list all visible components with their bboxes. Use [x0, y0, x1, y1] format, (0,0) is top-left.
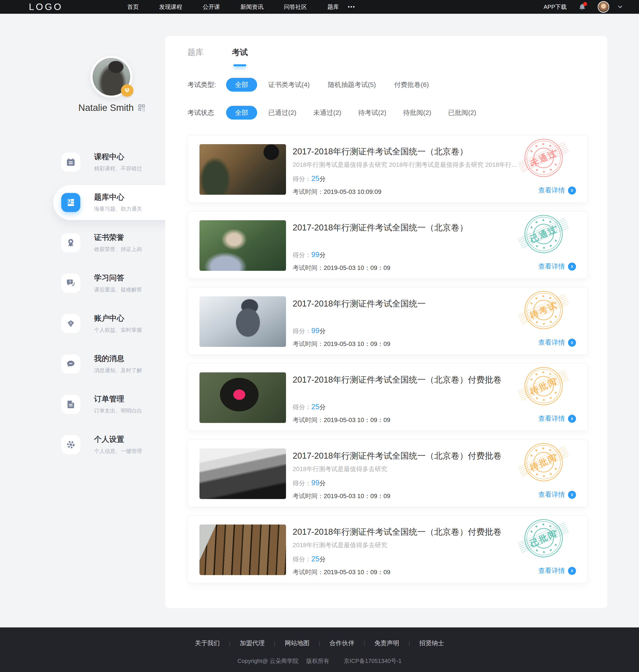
exam-score-row: 得分：99分	[293, 251, 326, 259]
score-value: 99	[311, 251, 320, 259]
calendar-icon	[61, 153, 80, 172]
sidebar-item-learning-qa[interactable]: ? 学习问答课后重温、疑难解答	[0, 267, 171, 300]
sidebar-item-subtitle: 消息通知、及时了解	[94, 367, 142, 374]
footer-link-recruiting[interactable]: 招贤纳士	[410, 639, 453, 647]
filter-status-to-review[interactable]: 待批阅(2)	[403, 108, 431, 117]
exam-title: 2017-2018年行测证件考试全国统一（北京卷）付费批卷	[293, 526, 502, 538]
time-value: 2019-05-03 10：09：09	[324, 340, 390, 347]
page-footer: 关于我们 | 加盟代理 | 网站地图 | 合作伙伴 | 免责声明 | 招贤纳士 …	[0, 627, 639, 672]
view-details-link[interactable]: 查看详情	[538, 566, 576, 575]
tab-exams[interactable]: 考试	[232, 47, 248, 65]
arrow-right-icon	[568, 491, 576, 499]
chevron-down-icon[interactable]	[617, 3, 623, 10]
filter-status-failed[interactable]: 未通过(2)	[313, 108, 341, 117]
exam-time-row: 考试时间：2019-05-03 10：09：09	[293, 416, 390, 424]
filter-type-paid-grading[interactable]: 付费批卷(6)	[394, 80, 429, 90]
copyright-text: Copyright@ 云朵商学院	[237, 658, 298, 664]
header-right: APP下载	[544, 1, 623, 13]
top-navbar: LOGO 首页 发现课程 公开课 新闻资讯 问答社区 题库 ••• APP下载	[0, 0, 639, 14]
sidebar-item-course-center[interactable]: 课程中心精彩课程、不容错过	[0, 145, 171, 179]
user-name: Natalie Smith	[78, 102, 134, 113]
filter-status-passed[interactable]: 已通过(2)	[268, 108, 296, 117]
exam-card: 2017-2018年行测证件考试全国统一（北京卷）付费批卷 得分：25分 考试时…	[187, 363, 588, 431]
filter-status-reviewed[interactable]: 已批阅(2)	[448, 108, 477, 117]
filter-type-certificate[interactable]: 证书类考试(4)	[268, 80, 310, 90]
page: LOGO 首页 发现课程 公开课 新闻资讯 问答社区 题库 ••• APP下载 …	[0, 0, 639, 672]
arrow-right-icon	[568, 339, 576, 347]
exam-score-row: 得分：25分	[293, 174, 326, 183]
sidebar-item-subtitle: 个人信息、一键管理	[94, 448, 142, 455]
user-avatar[interactable]	[598, 1, 609, 13]
view-details-link[interactable]: 查看详情	[538, 262, 576, 271]
sidebar-item-label: 订单管理	[94, 394, 142, 404]
sidebar-item-order-management[interactable]: 订单管理订单支出、明明白白	[0, 388, 171, 421]
view-details-link[interactable]: 查看详情	[538, 490, 576, 499]
view-details-link[interactable]: 查看详情	[538, 186, 576, 195]
sidebar-item-account-center[interactable]: 账户中心个人权益、实时掌握	[0, 307, 171, 340]
exam-card: 2017-2018年行测证件考试全国统一（北京卷）付费批卷 2018年行测考试是…	[187, 515, 588, 583]
footer-link-sitemap[interactable]: 网站地图	[275, 639, 319, 647]
exam-thumbnail	[200, 448, 286, 499]
exam-card: 2017-2018年行测证件考试全国统一 得分：99分 考试时间：2019-05…	[187, 287, 588, 355]
sidebar-item-personal-settings[interactable]: 个人设置个人信息、一键管理	[0, 428, 171, 461]
sidebar-item-my-messages[interactable]: 我的消息消息通知、及时了解	[0, 347, 171, 381]
arrow-right-icon	[568, 415, 576, 423]
filter-type-random[interactable]: 随机抽题考试(5)	[328, 80, 376, 90]
app-download-link[interactable]: APP下载	[544, 3, 567, 11]
exam-score-row: 得分：99分	[293, 326, 326, 335]
nav-item-home[interactable]: 首页	[127, 3, 139, 11]
status-stamp-passed: 已通过	[525, 215, 563, 253]
copyright-line: Copyright@ 云朵商学院 版权所有 京ICP备17051340号-1	[0, 657, 639, 665]
filter-type-all[interactable]: 全部	[226, 78, 257, 92]
nav-item-question-bank[interactable]: 题库	[327, 3, 339, 11]
content-tabs: 题库 考试	[187, 47, 248, 65]
time-value: 2019-05-03 10：09：09	[324, 265, 390, 271]
sidebar-item-question-bank-center[interactable]: 题库中心海量习题、助力通关	[0, 186, 171, 219]
sidebar-item-subtitle: 课后重温、疑难解答	[94, 286, 142, 293]
message-bubble-icon	[61, 354, 80, 373]
nav-item-open-class[interactable]: 公开课	[203, 3, 220, 11]
nav-item-qa-community[interactable]: 问答社区	[284, 3, 307, 11]
logo[interactable]: LOGO	[29, 2, 63, 12]
gem-icon	[61, 314, 80, 333]
status-stamp-to-review: 待批阅	[525, 367, 563, 405]
qr-code-icon[interactable]	[137, 103, 146, 112]
notification-dot	[583, 2, 587, 6]
exam-time-row: 考试时间：2019-05-03 10:09:09	[293, 188, 381, 196]
exam-thumbnail	[200, 220, 286, 271]
exam-score-row: 得分：99分	[293, 479, 326, 487]
exam-card: 2017-2018年行测证件考试全国统一（北京卷） 2018年行测考试是最值得多…	[187, 135, 588, 203]
footer-link-about[interactable]: 关于我们	[186, 639, 229, 647]
exam-time-row: 考试时间：2019-05-03 10：09：09	[293, 340, 390, 348]
nav-item-discover-courses[interactable]: 发现课程	[159, 3, 182, 11]
tab-question-bank[interactable]: 题库	[187, 47, 203, 65]
score-value: 99	[311, 326, 320, 335]
footer-link-agency[interactable]: 加盟代理	[231, 639, 274, 647]
filter-status-all[interactable]: 全部	[226, 106, 257, 119]
exam-card: 2017-2018年行测证件考试全国统一（北京卷） 得分：99分 考试时间：20…	[187, 211, 588, 279]
nav-item-news[interactable]: 新闻资讯	[240, 3, 263, 11]
footer-link-disclaimer[interactable]: 免责声明	[365, 639, 408, 647]
main-panel: 题库 考试 考试类型: 全部 证书类考试(4) 随机抽题考试(5) 付费批卷(6…	[165, 36, 607, 608]
exam-description: 2018年行测考试是最值得多去研究	[293, 541, 387, 549]
score-value: 25	[311, 174, 320, 182]
footer-link-partners[interactable]: 合作伙伴	[320, 639, 364, 647]
filter-status-upcoming[interactable]: 待考试(2)	[358, 108, 386, 117]
chat-question-icon: ?	[61, 274, 80, 293]
exam-thumbnail	[200, 144, 286, 195]
arrow-right-icon	[568, 567, 576, 575]
nav-more-icon[interactable]: •••	[348, 4, 355, 10]
exam-time-row: 考试时间：2019-05-03 10：09：09	[293, 264, 390, 272]
sidebar-item-label: 个人设置	[94, 434, 142, 445]
sidebar-item-certificates[interactable]: 证书荣誉收获荣誉、持证上岗	[0, 226, 171, 259]
view-details-link[interactable]: 查看详情	[538, 338, 576, 347]
sidebar-item-label: 课程中心	[94, 152, 142, 162]
sidebar-item-subtitle: 订单支出、明明白白	[94, 407, 142, 414]
score-value: 25	[311, 555, 320, 563]
exam-score-row: 得分：25分	[293, 555, 326, 563]
sidebar-item-subtitle: 收获荣誉、持证上岗	[94, 246, 142, 253]
score-value: 99	[311, 479, 320, 487]
status-stamp-reviewed: 已批阅	[525, 519, 563, 557]
view-details-link[interactable]: 查看详情	[538, 414, 576, 423]
notification-bell-icon[interactable]	[578, 2, 586, 11]
